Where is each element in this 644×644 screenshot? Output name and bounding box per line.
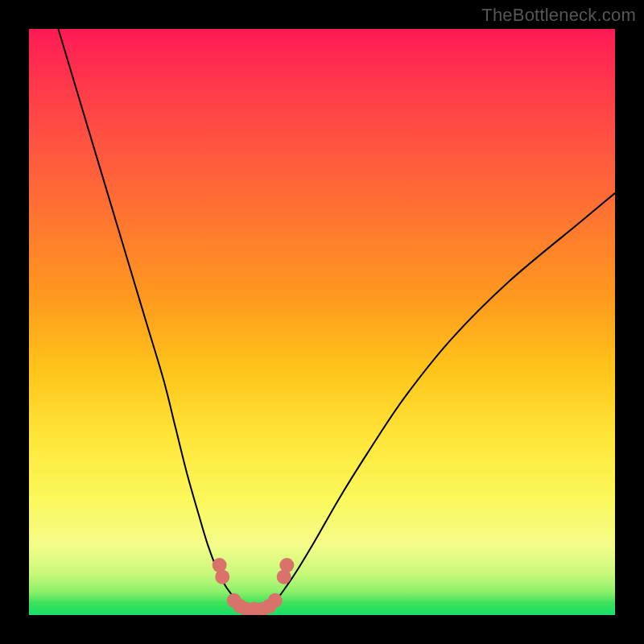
curve-group: [58, 29, 615, 609]
plot-area: [29, 29, 615, 615]
frame: TheBottleneck.com: [0, 0, 644, 644]
series-left-curve: [58, 29, 240, 603]
chart-svg: [29, 29, 615, 615]
marker-group: [213, 558, 295, 615]
marker-point: [215, 570, 229, 584]
watermark-text: TheBottleneck.com: [481, 5, 636, 26]
series-right-curve: [269, 193, 615, 604]
marker-point: [279, 558, 294, 572]
marker-point: [268, 593, 283, 608]
